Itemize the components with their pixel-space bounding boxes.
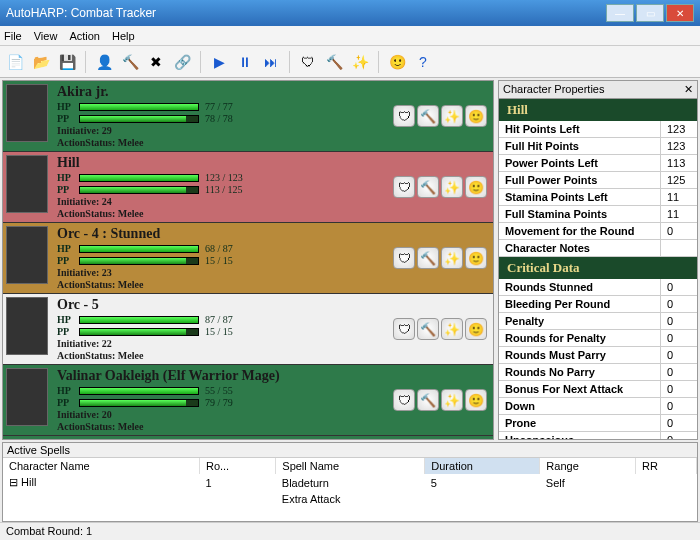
property-value[interactable]: 0 bbox=[661, 381, 697, 397]
property-value[interactable]: 0 bbox=[661, 313, 697, 329]
property-row[interactable]: Prone0 bbox=[499, 415, 697, 432]
help-icon[interactable]: ? bbox=[412, 51, 434, 73]
menu-action[interactable]: Action bbox=[69, 30, 100, 42]
spark-icon[interactable]: ✨ bbox=[349, 51, 371, 73]
property-row[interactable]: Stamina Points Left11 bbox=[499, 189, 697, 206]
property-row[interactable]: Hit Points Left123 bbox=[499, 121, 697, 138]
step-icon[interactable]: ⏭ bbox=[260, 51, 282, 73]
col-round[interactable]: Ro... bbox=[199, 458, 275, 474]
col-duration[interactable]: Duration bbox=[425, 458, 540, 474]
property-value[interactable]: 11 bbox=[661, 189, 697, 205]
property-row[interactable]: Rounds Must Parry0 bbox=[499, 347, 697, 364]
shield-icon[interactable]: 🛡 bbox=[393, 247, 415, 269]
property-row[interactable]: Full Stamina Points11 bbox=[499, 206, 697, 223]
property-group[interactable]: Hill bbox=[499, 99, 697, 121]
spark-icon[interactable]: ✨ bbox=[441, 389, 463, 411]
property-row[interactable]: Full Hit Points123 bbox=[499, 138, 697, 155]
spell-row[interactable]: ⊟ Hill1Bladeturn5Self bbox=[3, 474, 697, 491]
combatant-card[interactable]: Orc - 4 : Stunned HP68 / 87 PP15 / 15 In… bbox=[3, 223, 493, 294]
property-value[interactable]: 0 bbox=[661, 279, 697, 295]
property-row[interactable]: Unconscious0 bbox=[499, 432, 697, 440]
add-char-icon[interactable]: 👤 bbox=[93, 51, 115, 73]
property-value[interactable]: 123 bbox=[661, 138, 697, 154]
property-value[interactable]: 0 bbox=[661, 398, 697, 414]
property-row[interactable]: Rounds No Parry0 bbox=[499, 364, 697, 381]
save-icon[interactable]: 💾 bbox=[56, 51, 78, 73]
hp-value: 77 / 77 bbox=[205, 101, 233, 112]
property-row[interactable]: Penalty0 bbox=[499, 313, 697, 330]
hammer-icon[interactable]: 🔨 bbox=[417, 389, 439, 411]
shield-icon[interactable]: 🛡 bbox=[297, 51, 319, 73]
shield-icon[interactable]: 🛡 bbox=[393, 318, 415, 340]
col-char[interactable]: Character Name bbox=[3, 458, 199, 474]
add-monster-icon[interactable]: 🔨 bbox=[119, 51, 141, 73]
property-row[interactable]: Bonus For Next Attack0 bbox=[499, 381, 697, 398]
spark-icon[interactable]: ✨ bbox=[441, 176, 463, 198]
hammer-icon[interactable]: 🔨 bbox=[323, 51, 345, 73]
property-row[interactable]: Movement for the Round0 bbox=[499, 223, 697, 240]
menu-help[interactable]: Help bbox=[112, 30, 135, 42]
property-row[interactable]: Rounds for Penalty0 bbox=[499, 330, 697, 347]
hammer-icon[interactable]: 🔨 bbox=[417, 176, 439, 198]
spark-icon[interactable]: ✨ bbox=[441, 247, 463, 269]
property-row[interactable]: Full Power Points125 bbox=[499, 172, 697, 189]
remove-char-icon[interactable]: ✖ bbox=[145, 51, 167, 73]
menu-file[interactable]: File bbox=[4, 30, 22, 42]
property-value[interactable]: 0 bbox=[661, 347, 697, 363]
combatant-card[interactable]: Valinar Oakleigh (Elf Warrior Mage) HP55… bbox=[3, 365, 493, 436]
play-icon[interactable]: ▶ bbox=[208, 51, 230, 73]
col-range[interactable]: Range bbox=[540, 458, 636, 474]
pause-icon[interactable]: ⏸ bbox=[234, 51, 256, 73]
spark-icon[interactable]: ✨ bbox=[441, 318, 463, 340]
open-icon[interactable]: 📂 bbox=[30, 51, 52, 73]
property-row[interactable]: Power Points Left113 bbox=[499, 155, 697, 172]
smiley-icon[interactable]: 🙂 bbox=[465, 318, 487, 340]
spark-icon[interactable]: ✨ bbox=[441, 105, 463, 127]
smiley-icon[interactable]: 🙂 bbox=[386, 51, 408, 73]
toolbar: 📄 📂 💾 👤 🔨 ✖ 🔗 ▶ ⏸ ⏭ 🛡 🔨 ✨ 🙂 ? bbox=[0, 46, 700, 78]
panel-close-icon[interactable]: ✕ bbox=[684, 83, 693, 96]
property-value[interactable]: 11 bbox=[661, 206, 697, 222]
shield-icon[interactable]: 🛡 bbox=[393, 389, 415, 411]
shield-icon[interactable]: 🛡 bbox=[393, 176, 415, 198]
combatant-card[interactable]: Hill HP123 / 123 PP113 / 125 Initiative:… bbox=[3, 152, 493, 223]
property-value[interactable]: 113 bbox=[661, 155, 697, 171]
new-icon[interactable]: 📄 bbox=[4, 51, 26, 73]
property-value[interactable]: 0 bbox=[661, 223, 697, 239]
property-value[interactable]: 0 bbox=[661, 330, 697, 346]
property-value[interactable]: 0 bbox=[661, 432, 697, 440]
maximize-button[interactable]: ▭ bbox=[636, 4, 664, 22]
properties-body[interactable]: HillHit Points Left123Full Hit Points123… bbox=[498, 99, 698, 440]
shield-icon[interactable]: 🛡 bbox=[393, 105, 415, 127]
close-button[interactable]: ✕ bbox=[666, 4, 694, 22]
property-row[interactable]: Character Notes bbox=[499, 240, 697, 257]
col-rr[interactable]: RR bbox=[636, 458, 697, 474]
property-row[interactable]: Bleeding Per Round0 bbox=[499, 296, 697, 313]
property-group[interactable]: Critical Data bbox=[499, 257, 697, 279]
property-row[interactable]: Rounds Stunned0 bbox=[499, 279, 697, 296]
property-value[interactable]: 0 bbox=[661, 415, 697, 431]
col-spell[interactable]: Spell Name bbox=[276, 458, 425, 474]
link-icon[interactable]: 🔗 bbox=[171, 51, 193, 73]
spell-row[interactable]: Extra Attack bbox=[3, 491, 697, 507]
property-value[interactable] bbox=[661, 240, 697, 256]
hammer-icon[interactable]: 🔨 bbox=[417, 105, 439, 127]
property-value[interactable]: 125 bbox=[661, 172, 697, 188]
hammer-icon[interactable]: 🔨 bbox=[417, 247, 439, 269]
minimize-button[interactable]: — bbox=[606, 4, 634, 22]
property-value[interactable]: 0 bbox=[661, 296, 697, 312]
menu-view[interactable]: View bbox=[34, 30, 58, 42]
combatant-card[interactable]: Hatlee HP105 / 105 PP 🛡 🔨 ✨ 🙂 bbox=[3, 436, 493, 440]
property-value[interactable]: 123 bbox=[661, 121, 697, 137]
smiley-icon[interactable]: 🙂 bbox=[465, 247, 487, 269]
smiley-icon[interactable]: 🙂 bbox=[465, 389, 487, 411]
property-row[interactable]: Down0 bbox=[499, 398, 697, 415]
property-value[interactable]: 0 bbox=[661, 364, 697, 380]
combatant-card[interactable]: Akira jr. HP77 / 77 PP78 / 78 Initiative… bbox=[3, 81, 493, 152]
smiley-icon[interactable]: 🙂 bbox=[465, 176, 487, 198]
smiley-icon[interactable]: 🙂 bbox=[465, 105, 487, 127]
combatant-list[interactable]: Akira jr. HP77 / 77 PP78 / 78 Initiative… bbox=[2, 80, 494, 440]
hammer-icon[interactable]: 🔨 bbox=[417, 318, 439, 340]
combatant-card[interactable]: Orc - 5 HP87 / 87 PP15 / 15 Initiative: … bbox=[3, 294, 493, 365]
spells-table[interactable]: Character Name Ro... Spell Name Duration… bbox=[3, 458, 697, 521]
